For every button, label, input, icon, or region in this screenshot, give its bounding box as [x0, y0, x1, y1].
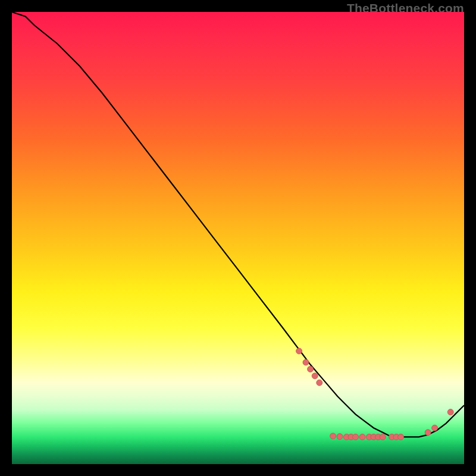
- curve-markers: [296, 348, 454, 440]
- curve-marker: [317, 380, 322, 386]
- curve-marker: [296, 348, 302, 354]
- bottleneck-curve: [12, 12, 464, 437]
- curve-svg: [12, 12, 464, 464]
- curve-marker: [330, 433, 336, 439]
- curve-marker: [432, 425, 438, 431]
- plot-area: [12, 12, 464, 464]
- curve-marker: [303, 359, 309, 365]
- curve-marker: [312, 373, 318, 379]
- curve-marker: [447, 409, 453, 415]
- curve-marker: [359, 434, 365, 440]
- curve-marker: [308, 366, 314, 372]
- chart-stage: TheBottleneck.com: [0, 0, 476, 476]
- curve-marker: [398, 434, 404, 440]
- curve-marker: [380, 434, 386, 440]
- curve-marker: [353, 434, 359, 440]
- curve-marker: [337, 434, 343, 440]
- curve-marker: [425, 430, 431, 436]
